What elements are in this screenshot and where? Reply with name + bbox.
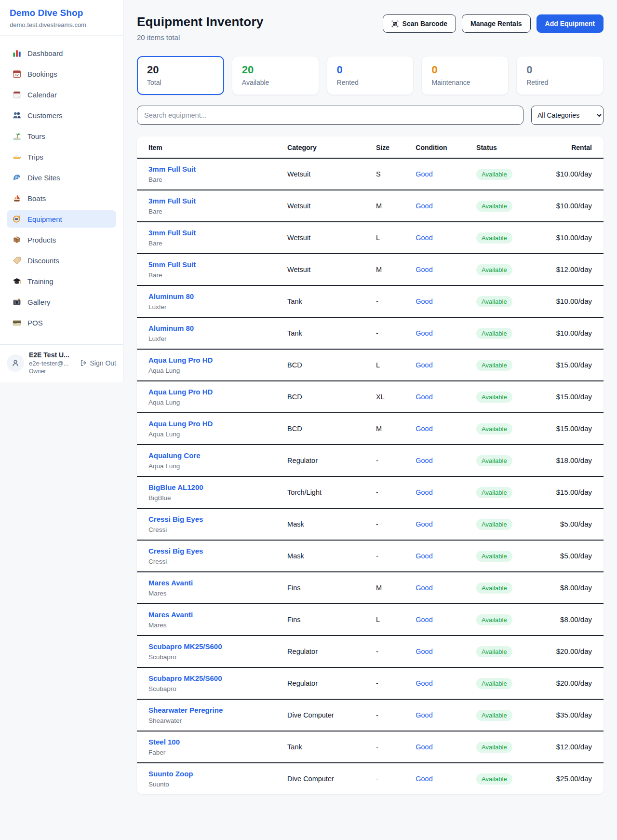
item-brand: Luxfer [148, 335, 276, 342]
condition-link[interactable]: Good [416, 266, 432, 273]
item-brand: Luxfer [148, 303, 276, 311]
rental-price: $15.00/day [556, 393, 592, 401]
condition-link[interactable]: Good [416, 202, 432, 210]
item-name-link[interactable]: Aqua Lung Pro HD [148, 356, 213, 364]
sidebar-item-bookings[interactable]: 17Bookings [7, 65, 116, 82]
sidebar-item-trips[interactable]: Trips [7, 148, 116, 165]
item-name-link[interactable]: Suunto Zoop [148, 770, 193, 778]
item-brand: Mares [148, 590, 276, 597]
rental-price: $20.00/day [556, 647, 592, 655]
item-name-link[interactable]: Mares Avanti [148, 579, 193, 587]
sidebar-item-calendar[interactable]: Calendar [7, 86, 116, 103]
item-brand: Suunto [148, 781, 276, 788]
sidebar-item-discounts[interactable]: Discounts [7, 252, 116, 269]
sidebar-item-dive-sites[interactable]: Dive Sites [7, 169, 116, 186]
cell-item: Aluminum 80Luxfer [137, 285, 282, 317]
item-name-link[interactable]: Steel 100 [148, 738, 180, 746]
condition-link[interactable]: Good [416, 679, 432, 687]
sidebar-item-equipment[interactable]: Equipment [7, 210, 116, 228]
stat-card-retired[interactable]: 0Retired [516, 56, 604, 95]
condition-link[interactable]: Good [416, 298, 432, 305]
category-select[interactable]: All Categories [531, 106, 604, 125]
condition-link[interactable]: Good [416, 170, 432, 178]
item-name-link[interactable]: BigBlue AL1200 [148, 483, 203, 491]
scan-barcode-button[interactable]: Scan Barcode [383, 14, 456, 33]
table-row: 5mm Full SuitBareWetsuitMGoodAvailable$1… [137, 254, 604, 285]
stat-card-total[interactable]: 20Total [137, 56, 224, 95]
sidebar-item-training[interactable]: Training [7, 272, 116, 290]
cell-size: M [370, 254, 410, 285]
stat-value: 0 [431, 64, 498, 76]
sidebar-item-dashboard[interactable]: Dashboard [7, 44, 116, 62]
status-badge: Available [476, 646, 512, 657]
condition-link[interactable]: Good [416, 775, 432, 783]
item-name-link[interactable]: Shearwater Peregrine [148, 706, 223, 714]
column-header-size: Size [370, 136, 410, 158]
item-name-link[interactable]: 3mm Full Suit [148, 165, 196, 173]
condition-link[interactable]: Good [416, 584, 432, 592]
rental-price: $10.00/day [556, 202, 592, 210]
stat-card-available[interactable]: 20Available [232, 56, 319, 95]
sidebar-item-customers[interactable]: Customers [7, 107, 116, 124]
sidebar-item-gallery[interactable]: Gallery [7, 293, 116, 311]
item-name-link[interactable]: Scubapro MK25/S600 [148, 642, 222, 650]
condition-link[interactable]: Good [416, 743, 432, 751]
cell-status: Available [470, 604, 543, 636]
cell-size: - [370, 540, 410, 572]
item-name-link[interactable]: Mares Avanti [148, 610, 193, 619]
condition-link[interactable]: Good [416, 393, 432, 401]
page-title: Equipment Inventory [137, 14, 263, 29]
item-name-link[interactable]: Aluminum 80 [148, 324, 194, 332]
stat-card-rented[interactable]: 0Rented [327, 56, 414, 95]
brand-name[interactable]: Demo Dive Shop [10, 8, 113, 18]
cell-item: Scubapro MK25/S600Scubapro [137, 636, 282, 667]
table-row: 3mm Full SuitBareWetsuitLGoodAvailable$1… [137, 222, 604, 254]
dive-mask-icon [13, 215, 21, 223]
add-equipment-button[interactable]: Add Equipment [537, 14, 604, 33]
sidebar-item-label: Customers [27, 111, 63, 120]
item-name-link[interactable]: Aqua Lung Pro HD [148, 420, 213, 428]
item-name-link[interactable]: Cressi Big Eyes [148, 547, 203, 555]
cell-rental: $5.00/day [543, 508, 604, 540]
item-name-link[interactable]: Scubapro MK25/S600 [148, 674, 222, 682]
sidebar-item-tours[interactable]: Tours [7, 127, 116, 145]
condition-link[interactable]: Good [416, 648, 432, 655]
condition-link[interactable]: Good [416, 457, 432, 464]
cell-rental: $10.00/day [543, 190, 604, 222]
item-name-link[interactable]: 3mm Full Suit [148, 229, 196, 237]
column-header-item: Item [137, 136, 282, 158]
status-badge: Available [476, 201, 512, 212]
search-input[interactable] [137, 106, 523, 125]
cell-condition: Good [410, 699, 470, 731]
condition-link[interactable]: Good [416, 520, 432, 528]
item-name-link[interactable]: 3mm Full Suit [148, 197, 196, 205]
user-name: E2E Test U... [29, 351, 75, 359]
cell-status: Available [470, 636, 543, 667]
sidebar-item-label: Dive Sites [27, 174, 60, 182]
condition-link[interactable]: Good [416, 552, 432, 560]
sidebar-item-pos[interactable]: POS [7, 314, 116, 331]
manage-rentals-button[interactable]: Manage Rentals [462, 14, 531, 33]
condition-link[interactable]: Good [416, 425, 432, 433]
condition-link[interactable]: Good [416, 361, 432, 369]
item-name-link[interactable]: Cressi Big Eyes [148, 515, 203, 523]
condition-link[interactable]: Good [416, 329, 432, 337]
cell-status: Available [470, 731, 543, 763]
item-name-link[interactable]: Aqua Lung Pro HD [148, 388, 213, 396]
condition-link[interactable]: Good [416, 488, 432, 496]
item-name-link[interactable]: 5mm Full Suit [148, 260, 196, 269]
condition-link[interactable]: Good [416, 711, 432, 719]
item-name-link[interactable]: Aqualung Core [148, 451, 201, 460]
rental-price: $25.00/day [556, 774, 592, 783]
table-row: Cressi Big EyesCressiMask-GoodAvailable$… [137, 540, 604, 572]
item-name-link[interactable]: Aluminum 80 [148, 292, 194, 300]
cell-rental: $15.00/day [543, 413, 604, 445]
condition-link[interactable]: Good [416, 616, 432, 623]
item-brand: Cressi [148, 526, 276, 533]
stat-card-maintenance[interactable]: 0Maintenance [421, 56, 509, 95]
sidebar-item-boats[interactable]: Boats [7, 190, 116, 207]
sidebar-item-products[interactable]: Products [7, 231, 116, 248]
stat-label: Rented [337, 79, 404, 86]
condition-link[interactable]: Good [416, 234, 432, 242]
sign-out-button[interactable]: Sign Out [80, 359, 116, 367]
